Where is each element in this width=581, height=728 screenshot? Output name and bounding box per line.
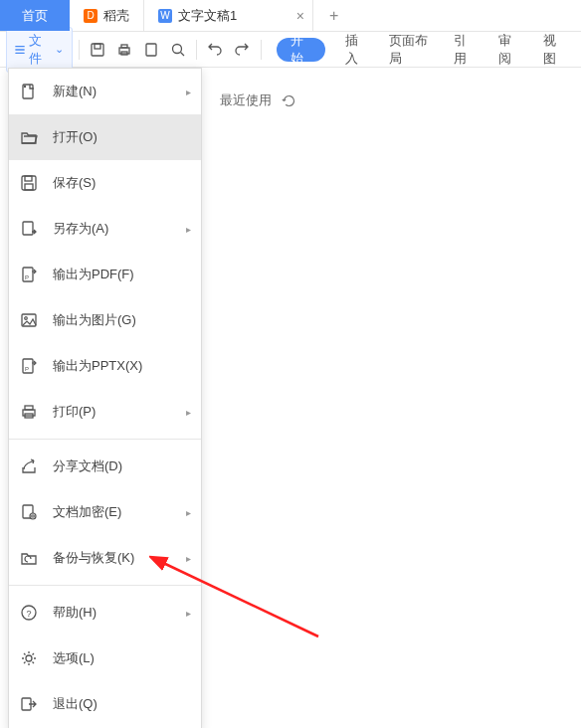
close-icon[interactable]: × (296, 8, 304, 24)
ribbon-tab-references[interactable]: 引用 (442, 32, 486, 68)
chevron-right-icon: ▸ (186, 87, 191, 97)
svg-rect-1 (95, 44, 100, 49)
svg-rect-3 (121, 45, 127, 48)
menu-item-new[interactable]: 新建(N) ▸ (9, 69, 201, 114)
ribbon-tab-review[interactable]: 审阅 (486, 32, 531, 68)
save-icon[interactable] (86, 36, 110, 64)
menu-item-export-image[interactable]: 输出为图片(G) (9, 297, 201, 343)
lock-icon (19, 502, 39, 522)
menu-new-label: 新建(N) (53, 83, 172, 100)
folder-open-icon (19, 127, 39, 147)
new-file-icon (19, 82, 39, 101)
menu-encrypt-label: 文档加密(E) (53, 503, 172, 521)
svg-rect-0 (92, 44, 103, 56)
separator (196, 40, 197, 60)
menu-help-label: 帮助(H) (53, 604, 172, 622)
svg-rect-9 (22, 176, 36, 190)
menu-pptx-label: 输出为PPTX(X) (53, 357, 191, 375)
save-file-icon (19, 173, 39, 193)
svg-point-8 (24, 86, 26, 88)
menu-image-label: 输出为图片(G) (53, 311, 191, 329)
share-icon (19, 456, 39, 476)
ribbon-pagelayout-label: 页面布局 (389, 32, 430, 68)
save-as-icon (19, 219, 39, 239)
separator (79, 40, 80, 60)
tab-document[interactable]: W 文字文稿1 × (144, 0, 313, 31)
plus-icon: + (329, 7, 338, 25)
redo-icon[interactable] (230, 36, 255, 64)
menu-options-label: 选项(L) (53, 649, 191, 667)
menu-item-options[interactable]: 选项(L) (9, 636, 201, 681)
file-button[interactable]: 文件 ⌄ (6, 27, 73, 73)
file-button-label: 文件 (29, 32, 51, 68)
ribbon-tab-start[interactable]: 开始 (277, 38, 325, 62)
menu-item-print[interactable]: 打印(P) ▸ (9, 389, 201, 435)
tab-document-label: 文字文稿1 (178, 7, 237, 25)
tab-shell[interactable]: D 稻壳 (70, 0, 144, 31)
print-preview-icon[interactable] (138, 36, 163, 64)
chevron-right-icon: ▸ (186, 224, 191, 235)
svg-text:?: ? (27, 609, 32, 619)
ribbon-tab-view[interactable]: 视图 (531, 32, 576, 68)
menu-exit-label: 退出(Q) (53, 695, 191, 713)
menu-open-label: 打开(O) (53, 128, 191, 146)
pptx-icon: P (19, 356, 39, 376)
tab-shell-label: 稻壳 (103, 7, 129, 25)
zoom-icon[interactable] (165, 36, 190, 64)
menu-item-export-pptx[interactable]: P 输出为PPTX(X) (9, 343, 201, 389)
menu-item-help[interactable]: ? 帮助(H) ▸ (9, 590, 201, 636)
doc-icon: W (158, 9, 172, 23)
menu-backup-label: 备份与恢复(K) (53, 549, 172, 567)
svg-point-23 (30, 513, 36, 519)
tab-home[interactable]: 首页 (0, 0, 70, 31)
image-icon (19, 310, 39, 330)
svg-point-6 (172, 44, 181, 53)
recent-panel: 最近使用 (204, 68, 581, 109)
menu-item-save-as[interactable]: 另存为(A) ▸ (9, 206, 201, 252)
print-quick-icon[interactable] (111, 36, 136, 64)
pdf-icon: P (19, 265, 39, 284)
ribbon: 开始 插入 页面布局 引用 审阅 视图 (277, 32, 575, 68)
menu-pdf-label: 输出为PDF(F) (53, 266, 191, 283)
menu-print-label: 打印(P) (53, 403, 172, 421)
tab-home-label: 首页 (22, 7, 48, 25)
tab-new[interactable]: + (313, 0, 383, 31)
backup-icon (19, 548, 39, 568)
chevron-right-icon: ▸ (186, 608, 191, 619)
svg-rect-10 (25, 176, 32, 181)
menu-separator (9, 585, 201, 586)
gear-icon (19, 648, 39, 668)
refresh-icon[interactable] (282, 93, 296, 108)
help-icon: ? (19, 603, 39, 623)
exit-icon (19, 694, 39, 714)
ribbon-view-label: 视图 (543, 32, 564, 68)
tab-strip: 首页 D 稻壳 W 文字文稿1 × + (0, 0, 581, 32)
menu-item-exit[interactable]: 退出(Q) (9, 681, 201, 727)
recent-header-label: 最近使用 (220, 91, 272, 109)
menu-item-open[interactable]: 打开(O) (9, 114, 201, 160)
menu-item-encrypt[interactable]: 文档加密(E) ▸ (9, 489, 201, 535)
menu-separator (9, 439, 201, 440)
chevron-down-icon: ⌄ (55, 43, 64, 56)
menu-item-backup[interactable]: 备份与恢复(K) ▸ (9, 535, 201, 581)
toolbar: 文件 ⌄ 开始 插入 页面布局 引用 审阅 视图 (0, 32, 581, 68)
svg-rect-11 (25, 184, 33, 190)
chevron-right-icon: ▸ (186, 407, 191, 418)
separator (261, 40, 262, 60)
menu-item-share[interactable]: 分享文档(D) (9, 444, 201, 489)
menu-item-save[interactable]: 保存(S) (9, 160, 201, 206)
undo-icon[interactable] (203, 36, 228, 64)
chevron-right-icon: ▸ (186, 553, 191, 564)
menu-saveas-label: 另存为(A) (53, 220, 172, 238)
svg-text:P: P (25, 274, 29, 280)
ribbon-start-label: 开始 (290, 32, 311, 68)
svg-point-16 (25, 317, 28, 320)
ribbon-references-label: 引用 (454, 32, 475, 68)
svg-rect-5 (146, 44, 156, 56)
ribbon-tab-insert[interactable]: 插入 (333, 32, 378, 68)
ribbon-tab-pagelayout[interactable]: 页面布局 (377, 32, 442, 68)
ribbon-insert-label: 插入 (345, 32, 366, 68)
menu-item-export-pdf[interactable]: P 输出为PDF(F) (9, 252, 201, 297)
svg-point-27 (26, 655, 32, 661)
hamburger-icon (15, 44, 25, 56)
